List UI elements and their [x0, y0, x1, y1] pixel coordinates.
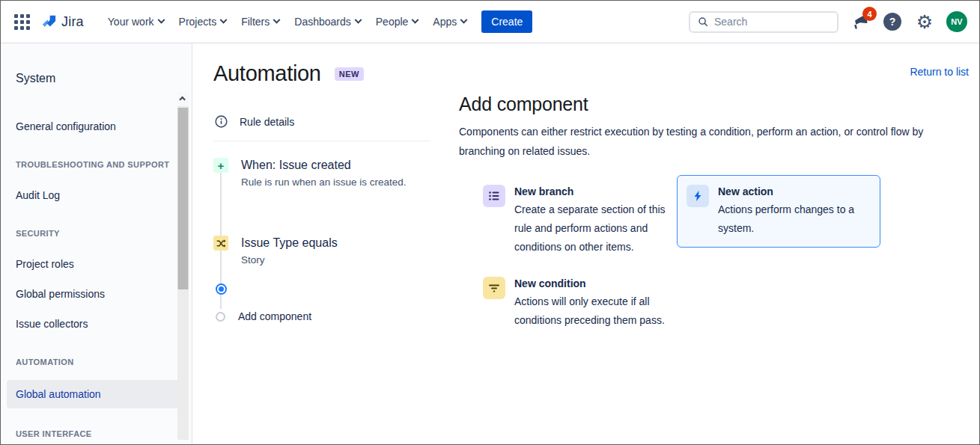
nav-apps[interactable]: Apps [425, 11, 474, 32]
nav-people[interactable]: People [368, 11, 426, 32]
user-avatar[interactable]: NV [946, 11, 967, 32]
condition-title[interactable]: Issue Type equals [241, 236, 338, 251]
chevron-down-icon [412, 16, 419, 23]
chevron-down-icon [354, 16, 362, 23]
chevron-down-icon [460, 16, 468, 23]
condition-subtitle: Story [241, 253, 338, 267]
nav-your-work[interactable]: Your work [100, 11, 171, 32]
chevron-up-icon [179, 96, 185, 102]
chevron-down-icon [273, 16, 281, 23]
info-icon [215, 115, 228, 128]
empty-step-circle-icon [216, 312, 225, 322]
add-component-description: Components can either restrict execution… [459, 122, 969, 161]
filter-icon [483, 277, 505, 299]
scrollbar-up-button[interactable] [177, 93, 189, 106]
nav-dashboards[interactable]: Dashboards [287, 11, 368, 32]
jira-logo-text: Jira [61, 14, 84, 30]
rule-details-label: Rule details [240, 116, 294, 128]
nav-projects[interactable]: Projects [171, 11, 234, 32]
question-mark-icon: ? [883, 13, 901, 31]
app-window: Jira Your work Projects Filters Dashboar… [0, 0, 980, 445]
timeline-step-trigger[interactable]: + When: Issue created Rule is run when a… [213, 158, 459, 189]
sidebar-title: System [16, 72, 177, 85]
chevron-down-icon [220, 16, 228, 23]
plus-icon: + [213, 158, 228, 173]
shuffle-icon [213, 236, 228, 251]
nav-filters[interactable]: Filters [234, 11, 287, 32]
insert-position-radio[interactable] [216, 283, 459, 295]
help-button[interactable]: ? [882, 11, 903, 32]
new-badge: NEW [335, 67, 364, 81]
timeline-step-condition[interactable]: Issue Type equals Story [213, 236, 459, 267]
option-title: New condition [514, 277, 667, 291]
sidebar-scrollbar[interactable] [177, 93, 189, 440]
trigger-title[interactable]: When: Issue created [241, 158, 407, 173]
jira-logo-icon [40, 13, 58, 31]
create-button[interactable]: Create [481, 10, 532, 33]
sidebar-heading-automation: AUTOMATION [16, 357, 177, 366]
global-search[interactable] [689, 11, 839, 33]
return-to-list-link[interactable]: Return to list [910, 66, 969, 78]
sidebar-item-issue-collectors[interactable]: Issue collectors [7, 311, 186, 337]
sidebar-item-global-permissions[interactable]: Global permissions [7, 281, 186, 307]
option-description: Actions perform changes to a system. [718, 200, 871, 238]
page-title: Automation [213, 61, 321, 86]
component-options: New branch Create a separate section of … [473, 175, 969, 340]
primary-nav: Your work Projects Filters Dashboards Pe… [100, 11, 474, 32]
app-switcher-icon[interactable] [14, 14, 30, 30]
notifications-button[interactable]: 4 [850, 11, 871, 32]
option-title: New branch [514, 185, 667, 199]
sidebar-item-audit-log[interactable]: Audit Log [7, 182, 186, 208]
main-content: Automation NEW Rule details + [192, 43, 979, 444]
option-new-action[interactable]: New action Actions perform changes to a … [677, 175, 880, 248]
notification-count-badge: 4 [862, 7, 877, 21]
component-picker: Return to list Add component Components … [459, 43, 969, 444]
divider [213, 141, 430, 141]
settings-button[interactable]: ⚙ [914, 11, 935, 32]
radio-selected-icon [216, 283, 227, 295]
branch-list-icon [483, 185, 505, 207]
gear-icon: ⚙ [916, 13, 933, 31]
sidebar-heading-troubleshooting: TROUBLESHOOTING AND SUPPORT [16, 160, 177, 169]
topbar-right-controls: 4 ? ⚙ NV [689, 11, 967, 33]
option-title: New action [718, 185, 871, 199]
sidebar-item-project-roles[interactable]: Project roles [7, 251, 186, 277]
add-component-label: Add component [238, 310, 311, 322]
search-icon [698, 16, 708, 28]
lightning-bolt-icon [687, 185, 709, 207]
timeline-step-add-component[interactable]: Add component [213, 310, 459, 322]
sidebar-item-global-automation[interactable]: Global automation [7, 380, 186, 408]
option-description: Create a separate section of this rule a… [514, 200, 667, 257]
scrollbar-thumb[interactable] [177, 108, 189, 289]
rule-timeline: + When: Issue created Rule is run when a… [213, 158, 459, 322]
settings-sidebar: System General configuration TROUBLESHOO… [1, 43, 192, 444]
rule-panel: Automation NEW Rule details + [213, 43, 459, 444]
top-navigation-bar: Jira Your work Projects Filters Dashboar… [1, 1, 979, 43]
add-component-title: Add component [459, 93, 969, 115]
sidebar-heading-security: SECURITY [16, 229, 177, 238]
chevron-down-icon [157, 16, 165, 23]
jira-logo[interactable]: Jira [40, 13, 84, 31]
option-description: Actions will only execute if all conditi… [514, 292, 667, 330]
option-new-branch[interactable]: New branch Create a separate section of … [473, 175, 677, 266]
rule-details-link[interactable]: Rule details [215, 115, 459, 128]
sidebar-heading-user-interface: USER INTERFACE [16, 429, 177, 438]
sidebar-item-general-configuration[interactable]: General configuration [7, 114, 186, 139]
search-input[interactable] [714, 16, 830, 28]
trigger-subtitle: Rule is run when an issue is created. [241, 175, 407, 189]
option-new-condition[interactable]: New condition Actions will only execute … [473, 267, 677, 340]
